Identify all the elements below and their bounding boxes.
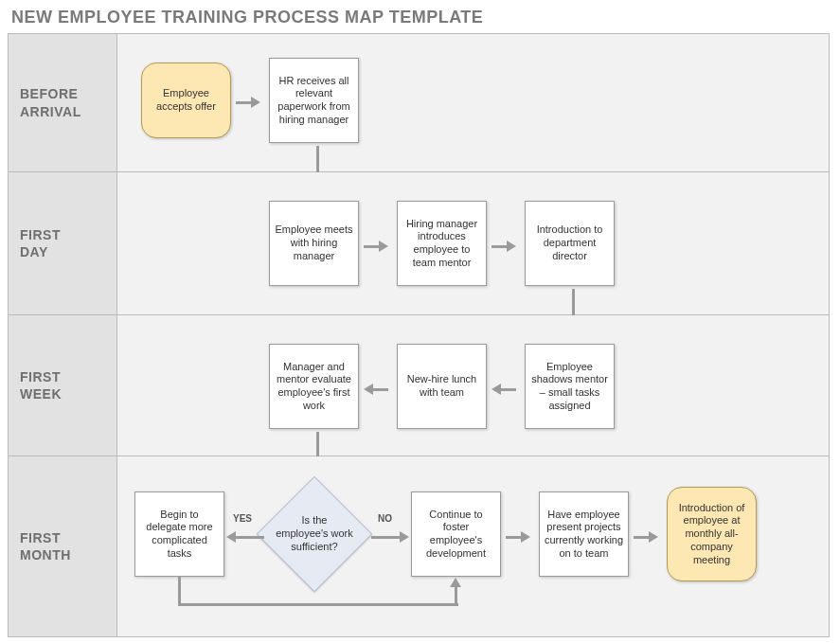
node-accepts-offer: Employee accepts offer (141, 63, 231, 138)
edge-label-yes: YES (233, 513, 252, 524)
lane-label: BEFORE ARRIVAL (20, 85, 81, 119)
lane-label: FIRST DAY (20, 226, 61, 260)
node-present-projects: Have employee present projects currently… (539, 491, 629, 577)
node-delegate-tasks: Begin to delegate more complicated tasks (134, 491, 224, 577)
node-meets-manager: Employee meets with hiring manager (269, 201, 359, 286)
edge-label-no: NO (378, 513, 392, 524)
swimlane-diagram: BEFORE ARRIVAL Employee accepts offer HR… (8, 33, 830, 637)
arrow-icon (450, 578, 461, 606)
lane-first-month: FIRST MONTH Is the employee's work suffi… (9, 456, 829, 636)
arrow-icon (491, 384, 516, 395)
arrow-icon (634, 531, 658, 543)
arrow-icon (226, 531, 264, 543)
arrow-icon (491, 241, 516, 252)
node-shadows-mentor: Employee shadows mentor – small tasks as… (525, 344, 615, 429)
lane-label: FIRST MONTH (20, 529, 71, 563)
arrow-icon (506, 531, 530, 543)
node-all-company-meeting: Introduction of employee at monthly all-… (667, 487, 757, 581)
connector-line (178, 577, 181, 605)
arrow-icon (364, 241, 388, 252)
diagram-title: NEW EMPLOYEE TRAINING PROCESS MAP TEMPLA… (8, 8, 832, 27)
lane-label-cell: FIRST DAY (9, 172, 117, 314)
node-dept-director: Introduction to department director (525, 201, 615, 286)
lane-first-day: FIRST DAY Employee meets with hiring man… (9, 172, 829, 315)
arrow-icon (371, 531, 409, 543)
lane-canvas-first-day: Employee meets with hiring manager Hirin… (117, 172, 829, 314)
node-hr-paperwork: HR receives all relevant paperwork from … (269, 58, 359, 143)
lane-label-cell: FIRST MONTH (9, 456, 117, 636)
lane-first-week: FIRST WEEK Employee shadows mentor – sma… (9, 315, 829, 456)
lane-before-arrival: BEFORE ARRIVAL Employee accepts offer HR… (9, 34, 829, 172)
lane-label: FIRST WEEK (20, 368, 62, 402)
lane-label-cell: FIRST WEEK (9, 315, 117, 455)
node-foster-development: Continue to foster employee's developmen… (411, 491, 501, 577)
node-evaluate-work: Manager and mentor evaluate employee's f… (269, 344, 359, 429)
connector-line (178, 603, 458, 606)
arrow-icon (364, 384, 388, 395)
node-newhire-lunch: New-hire lunch with team (397, 344, 487, 429)
node-team-mentor: Hiring manager introduces employee to te… (397, 201, 487, 286)
lane-canvas-first-month: Is the employee's work sufficient? YES B… (117, 456, 829, 636)
lane-canvas-first-week: Employee shadows mentor – small tasks as… (117, 315, 829, 455)
decision-work-sufficient: Is the employee's work sufficient? (258, 477, 371, 591)
arrow-icon (236, 97, 260, 108)
lane-canvas-before-arrival: Employee accepts offer HR receives all r… (117, 34, 829, 171)
lane-label-cell: BEFORE ARRIVAL (9, 34, 117, 171)
